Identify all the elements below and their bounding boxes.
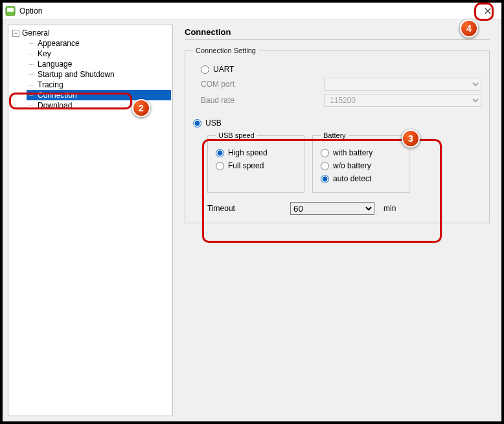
radio-with-battery-input[interactable] (321, 149, 329, 157)
usb-speed-legend: USB speed (216, 131, 257, 139)
tree-label: Connection (38, 91, 77, 100)
radio-without-battery-input[interactable] (321, 162, 329, 170)
radio-full-speed[interactable]: Full speed (216, 161, 296, 170)
option-dialog: Option − General AppearanceKeyLanguageSt… (3, 3, 501, 421)
tree-label: General (22, 28, 50, 38)
tree-branch-icon (29, 74, 34, 75)
titlebar: Option (3, 3, 501, 19)
tree-node-startup-and-shutdown[interactable]: Startup and Shutdown (27, 69, 171, 80)
radio-with-battery-label: with battery (333, 148, 372, 157)
app-icon (5, 6, 16, 16)
tree-branch-icon (29, 85, 34, 85)
window-title: Option (19, 6, 42, 16)
battery-legend: Battery (321, 131, 349, 139)
com-port-label: COM port (201, 80, 324, 89)
tree-label: Download (38, 101, 72, 110)
radio-usb-label: USB (205, 118, 222, 128)
radio-full-speed-input[interactable] (216, 162, 224, 170)
tree-branch-icon (29, 54, 34, 54)
nav-tree: − General AppearanceKeyLanguageStartup a… (8, 25, 173, 416)
battery-group: Battery with battery w/o battery (312, 131, 409, 193)
svg-rect-1 (7, 8, 14, 12)
tree-branch-icon (29, 64, 34, 65)
tree-node-language[interactable]: Language (27, 59, 171, 69)
tree-label: Appearance (38, 39, 80, 48)
tree-branch-icon (29, 106, 34, 106)
tree-node-appearance[interactable]: Appearance (27, 38, 171, 49)
radio-auto-detect-label: auto detect (333, 174, 371, 183)
timeout-label: Timeout (207, 204, 285, 213)
radio-uart-label: UART (213, 65, 234, 74)
tree-node-connection[interactable]: Connection (27, 90, 171, 100)
tree-branch-icon (29, 43, 34, 44)
timeout-select[interactable]: 60 (290, 202, 374, 215)
tree-node-tracing[interactable]: Tracing (27, 80, 171, 90)
radio-without-battery-label: w/o battery (333, 161, 371, 170)
radio-auto-detect[interactable]: auto detect (321, 174, 401, 183)
tree-branch-icon (29, 95, 34, 96)
timeout-unit: min (384, 204, 396, 213)
com-port-select[interactable] (324, 78, 481, 91)
radio-high-speed[interactable]: High speed (216, 148, 296, 157)
tree-label: Startup and Shutdown (38, 70, 115, 79)
group-legend: Connection Setting (193, 47, 258, 54)
radio-uart-input[interactable] (201, 65, 209, 74)
tree-node-general[interactable]: − General (10, 28, 171, 38)
radio-high-speed-label: High speed (228, 148, 268, 157)
tree-node-download[interactable]: Download (27, 100, 171, 111)
radio-usb-input[interactable] (193, 119, 201, 128)
tree-node-key[interactable]: Key (27, 49, 171, 59)
radio-full-speed-label: Full speed (228, 161, 264, 170)
tree-label: Tracing (38, 80, 63, 89)
close-button[interactable] (477, 4, 499, 18)
tree-label: Key (38, 49, 51, 58)
radio-uart[interactable]: UART (201, 65, 481, 74)
tree-label: Language (38, 60, 72, 69)
radio-auto-detect-input[interactable] (321, 175, 329, 183)
collapse-icon[interactable]: − (12, 30, 19, 37)
client-area: − General AppearanceKeyLanguageStartup a… (3, 19, 501, 421)
baud-rate-select[interactable]: 115200 (324, 94, 481, 107)
connection-setting-group: Connection Setting UART COM port (185, 47, 490, 223)
settings-panel: Connection Connection Setting UART COM p… (178, 25, 496, 416)
radio-high-speed-input[interactable] (216, 149, 224, 157)
baud-rate-label: Baud rate (201, 96, 324, 105)
radio-without-battery[interactable]: w/o battery (321, 161, 401, 170)
page-heading: Connection (185, 27, 490, 40)
radio-usb[interactable]: USB (193, 118, 481, 128)
radio-with-battery[interactable]: with battery (321, 148, 401, 157)
usb-speed-group: USB speed High speed Full speed (207, 131, 304, 193)
